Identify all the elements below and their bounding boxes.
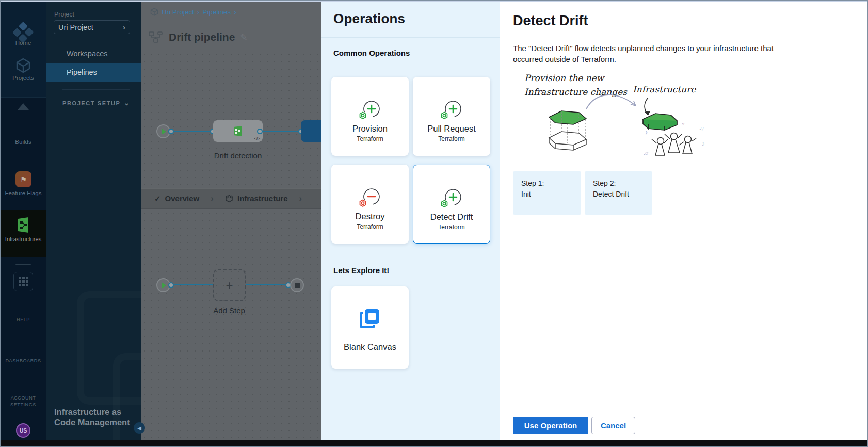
project-selector-value: Uri Project (58, 23, 93, 31)
chevron-right-icon: › (123, 23, 125, 31)
divider (141, 26, 321, 26)
stage-node-drift-detection[interactable]: </> (213, 120, 263, 142)
illustration-label-left-1: Provision the new (524, 73, 605, 83)
sidebar-collapse-button[interactable]: ◀ (134, 422, 145, 434)
pipeline-icon (148, 31, 164, 43)
breadcrumb-link-project[interactable]: Uri Project (162, 8, 194, 16)
tab-overview[interactable]: Overview (165, 194, 200, 203)
detect-drift-illustration: Provision the new Infrastructure changes… (510, 68, 727, 168)
breadcrumb: Uri Project › Pipelines › (150, 8, 236, 16)
divider (62, 89, 130, 90)
nav-item-label: Home (1, 40, 46, 46)
connector-line (246, 284, 285, 285)
module-switcher-button[interactable] (13, 272, 33, 291)
nav-item-label: Infrastructures (1, 236, 46, 242)
divider (1, 115, 46, 115)
connector-port (168, 282, 174, 288)
connector-line (174, 131, 211, 132)
operations-title: Operations (333, 11, 405, 27)
step-name: Detect Drift (593, 189, 644, 200)
sidebar-item-workspaces[interactable]: Workspaces (46, 44, 141, 63)
sidebar-item-label: Workspaces (67, 50, 108, 58)
pipeline-end-node[interactable] (290, 278, 304, 292)
pipeline-canvas: Uri Project › Pipelines › Drift pipeline… (141, 2, 321, 440)
operation-card-subtitle: Terraform (438, 135, 464, 142)
operation-card-pull-request[interactable]: Pull Request Terraform (413, 77, 490, 156)
user-avatar[interactable]: US (16, 423, 30, 438)
dashed-divider (141, 51, 321, 51)
blank-canvas-icon (358, 307, 382, 330)
explore-heading: Lets Explore It! (333, 266, 389, 275)
operation-card-name: Provision (352, 124, 388, 134)
infrastructure-stage-icon (232, 125, 244, 137)
infrastructures-icon (16, 217, 30, 233)
nav-item-infrastructures[interactable]: Infrastructures (1, 210, 46, 257)
operation-card-destroy[interactable]: Destroy Terraform (331, 165, 409, 244)
detail-description: The "Detect Drift" flow detects unplanne… (513, 43, 805, 65)
window-top-edge (1, 1, 868, 2)
operation-card-subtitle: Terraform (438, 224, 464, 231)
pipeline-title: Drift pipeline (169, 31, 235, 43)
nav-item-label: Projects (1, 75, 46, 81)
svg-text:♫: ♫ (642, 149, 650, 157)
project-selector[interactable]: Uri Project › (54, 20, 130, 34)
add-step-node[interactable]: + (213, 269, 246, 301)
nav-item-label: Builds (1, 139, 46, 145)
connector-port (168, 129, 174, 134)
detail-panel: Detect Drift The "Detect Drift" flow det… (500, 2, 868, 440)
step-name: Init (521, 189, 573, 200)
common-operations-heading: Common Operations (333, 49, 410, 57)
project-cube-icon (150, 8, 158, 16)
stop-icon (295, 283, 300, 288)
selected-stage-node[interactable] (301, 120, 321, 142)
divider (15, 264, 31, 265)
tab-infrastructure[interactable]: Infrastructure (237, 194, 288, 203)
chevron-right-icon: › (203, 194, 221, 204)
sidebar-item-pipelines[interactable]: Pipelines (46, 63, 141, 82)
grid-icon (19, 277, 28, 286)
connector-port (257, 129, 263, 134)
window-bottom-edge (1, 440, 868, 447)
operation-card-provision[interactable]: Provision Terraform (331, 77, 409, 156)
nav-item-label: HELP (1, 316, 46, 323)
svg-text:'': '' (681, 121, 684, 130)
project-setup-label: PROJECT SETUP (62, 100, 121, 106)
chevron-right-icon: › (292, 194, 310, 204)
play-icon (162, 282, 166, 289)
app-window: Home Projects Builds ⚑ Feature Flags (0, 0, 868, 447)
stage-label: Drift detection (207, 151, 269, 160)
svg-text:♪: ♪ (701, 139, 705, 148)
breadcrumb-link-pipelines[interactable]: Pipelines (203, 8, 231, 16)
cancel-button[interactable]: Cancel (591, 417, 635, 434)
nav-item-label: SETTINGS (1, 402, 46, 408)
divider (321, 37, 500, 38)
stage-tabbar: ✓ Overview › Infrastructure › (141, 188, 321, 209)
operation-card-detect-drift[interactable]: Detect Drift Terraform (413, 165, 490, 244)
sidebar-item-label: Pipelines (67, 68, 97, 76)
operations-panel: Operations Common Operations Provision T… (321, 2, 500, 440)
breadcrumb-separator: › (234, 8, 236, 16)
code-badge: </> (254, 136, 260, 141)
nav-item-label: DASHBOARDS (1, 358, 46, 364)
nav-item-label: ACCOUNT (1, 395, 46, 402)
collapse-up-icon[interactable] (18, 103, 29, 110)
step-box-2: Step 2: Detect Drift (585, 171, 652, 215)
destroy-icon (358, 187, 382, 209)
operation-card-name: Pull Request (427, 124, 476, 134)
detect-drift-icon (440, 187, 463, 209)
edit-pencil-icon[interactable]: ✎ (240, 32, 247, 43)
operation-card-name: Destroy (356, 212, 385, 221)
operation-card-blank-canvas[interactable]: Blank Canvas (331, 286, 409, 369)
breadcrumb-separator: › (197, 8, 200, 16)
svg-text:♫: ♫ (698, 123, 705, 132)
connector-line (263, 131, 298, 132)
canvas-dot-grid (141, 51, 321, 440)
pipeline-title-row: Drift pipeline ✎ (148, 31, 248, 43)
nav-rail-top-section (1, 2, 46, 98)
step-box-1: Step 1: Init (513, 171, 581, 215)
project-setup-toggle[interactable]: PROJECT SETUP ⌄ (62, 99, 130, 107)
use-operation-button[interactable]: Use Operation (513, 417, 588, 434)
infrastructure-tab-icon (225, 195, 233, 203)
operation-card-subtitle: Terraform (357, 135, 383, 142)
connector-line (174, 284, 213, 285)
